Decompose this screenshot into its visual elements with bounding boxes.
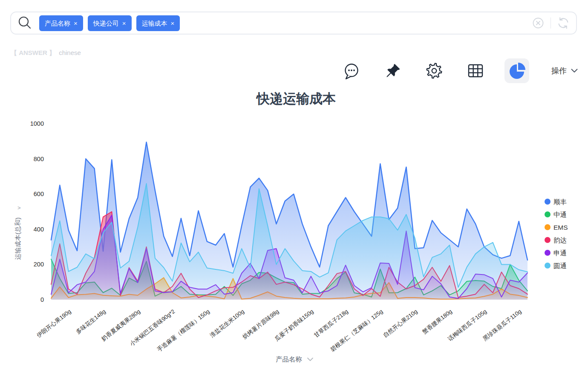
settings-gear-icon[interactable] xyxy=(422,58,447,83)
y-axis-tick-label: 0 xyxy=(40,296,44,303)
chart-toolbar: 操作 xyxy=(303,58,578,83)
x-axis-tick-label: 烘烤薯片原味98g xyxy=(241,308,280,341)
chip-product-name[interactable]: 产品名称 × xyxy=(39,15,83,31)
chip-remove-icon[interactable]: × xyxy=(171,20,175,26)
legend-dot-韵达[interactable] xyxy=(545,237,551,243)
page: 产品名称 × 快递公司 × 运输成本 × xyxy=(0,0,588,367)
legend-label-中通[interactable]: 中通 xyxy=(553,211,567,218)
x-axis-tick-label: 自然开心果210g xyxy=(382,308,418,339)
x-axis-chevron-icon[interactable] xyxy=(308,358,313,361)
y-axis-tick-label: 600 xyxy=(34,191,44,197)
search-icon xyxy=(18,16,32,30)
x-axis-tick-label: 伊朗开心果190g xyxy=(35,308,72,339)
y-axis-tick-label: 200 xyxy=(34,261,44,268)
legend-dot-EMS[interactable] xyxy=(545,224,551,230)
action-label: 操作 xyxy=(551,66,567,76)
answer-tag: 【 ANSWER 】 xyxy=(11,49,55,56)
legend-dot-申通[interactable] xyxy=(545,250,551,256)
filter-chips: 产品名称 × 快递公司 × 运输成本 × xyxy=(39,15,180,31)
chip-label: 快递公司 xyxy=(93,20,119,26)
y-axis-chevron-icon[interactable]: > xyxy=(17,205,21,211)
legend-label-圆通[interactable]: 圆通 xyxy=(553,262,567,269)
legend-label-顺丰[interactable]: 顺丰 xyxy=(553,198,567,205)
table-icon[interactable] xyxy=(463,58,488,83)
search-bar[interactable]: 产品名称 × 快递公司 × 运输成本 × xyxy=(10,12,577,35)
legend-dot-顺丰[interactable] xyxy=(545,199,551,205)
legend-dot-圆通[interactable] xyxy=(545,263,551,269)
y-axis-tick-label: 400 xyxy=(34,226,44,233)
legend-label-EMS[interactable]: EMS xyxy=(553,224,568,231)
divider xyxy=(551,17,551,29)
legend-label-申通[interactable]: 申通 xyxy=(553,249,567,257)
pie-chart-icon[interactable] xyxy=(504,58,529,83)
chip-courier-company[interactable]: 快递公司 × xyxy=(88,15,132,31)
action-dropdown[interactable]: 操作 xyxy=(551,66,578,76)
chip-transport-cost[interactable]: 运输成本 × xyxy=(136,15,180,31)
answer-line: 【 ANSWER 】 chinese xyxy=(11,49,81,57)
chip-remove-icon[interactable]: × xyxy=(122,20,126,26)
chart-title: 快递运输成本 xyxy=(256,91,336,106)
x-axis-tick-label: 甘草西瓜子218g xyxy=(313,308,349,339)
clear-circle-x-icon[interactable] xyxy=(532,17,544,29)
chevron-down-icon xyxy=(571,69,578,73)
x-axis-tick-label: 蟹香腰果180g xyxy=(421,308,453,335)
y-axis-tick-label: 1000 xyxy=(30,120,44,127)
chip-label: 产品名称 xyxy=(45,20,70,26)
y-axis-title[interactable]: 运输成本(总和) xyxy=(14,217,21,260)
pin-icon[interactable] xyxy=(380,58,405,83)
chip-label: 运输成本 xyxy=(142,20,167,26)
area-chart: 快递运输成本02004006008001000运输成本(总和)>伊朗开心果190… xyxy=(0,85,588,367)
refresh-icon[interactable] xyxy=(557,17,569,29)
x-axis-tick-label: 淮盐花生米100g xyxy=(209,308,245,339)
answer-language: chinese xyxy=(59,49,81,56)
x-axis-tick-label: 多味花生148g xyxy=(75,308,107,335)
legend-label-韵达[interactable]: 韵达 xyxy=(553,237,567,244)
x-axis-title[interactable]: 产品名称 xyxy=(276,355,302,363)
comment-icon[interactable] xyxy=(339,58,364,83)
legend-dot-中通[interactable] xyxy=(545,211,551,217)
y-axis-tick-label: 800 xyxy=(34,156,44,162)
chip-remove-icon[interactable]: × xyxy=(74,20,78,26)
